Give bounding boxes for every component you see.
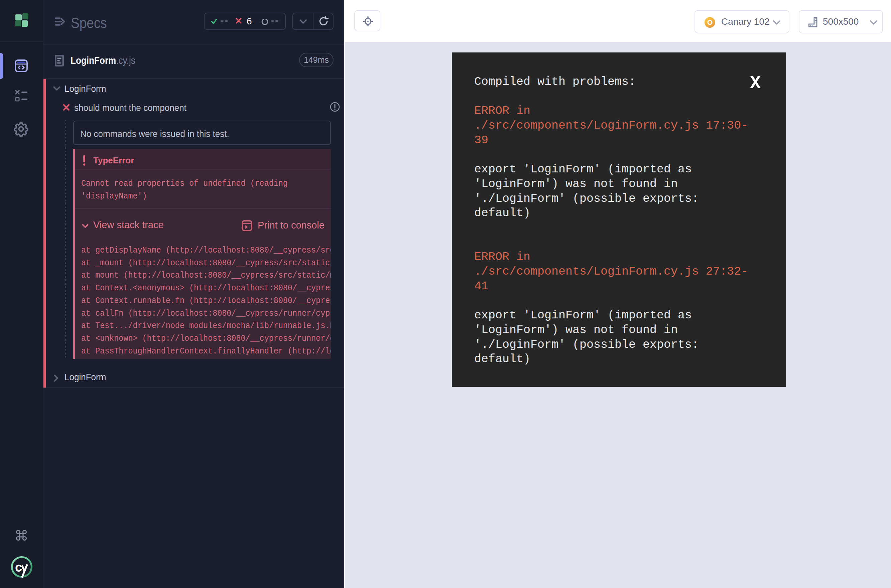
svg-text:c: c bbox=[15, 560, 22, 574]
